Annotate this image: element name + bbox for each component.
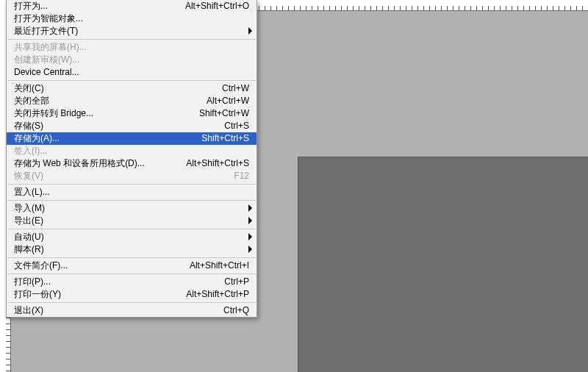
menu-item-label: 关闭(C) <box>14 82 216 95</box>
menu-item-shortcut: Shift+Ctrl+W <box>199 107 249 120</box>
menu-item-label: 打开为智能对象... <box>14 12 249 25</box>
menu-item-label: 自动(U) <box>14 231 249 243</box>
menu-item-close[interactable]: 关闭(C)Ctrl+W <box>7 82 257 95</box>
menu-item-label: 退出(X) <box>14 304 218 317</box>
menu-item-close-all[interactable]: 关闭全部Alt+Ctrl+W <box>7 95 257 107</box>
menu-item-shortcut: Alt+Shift+Ctrl+I <box>190 260 249 272</box>
menu-separator <box>7 257 256 258</box>
menu-item-label: 存储为(A)... <box>14 132 196 145</box>
menu-item-label: 存储为 Web 和设备所用格式(D)... <box>14 157 180 170</box>
menu-item-shortcut: Ctrl+W <box>222 82 249 95</box>
menu-item-shortcut: Ctrl+S <box>224 120 249 132</box>
menu-item-label: 置入(L)... <box>14 186 249 198</box>
submenu-arrow-icon <box>248 27 252 35</box>
menu-item-close-bridge[interactable]: 关闭并转到 Bridge...Shift+Ctrl+W <box>7 107 257 120</box>
submenu-arrow-icon <box>248 246 252 253</box>
menu-item-label: Device Central... <box>14 66 249 79</box>
menu-item-label: 存储(S) <box>14 120 218 132</box>
menu-item-shortcut: Ctrl+Q <box>223 304 249 317</box>
menu-item-label: 导入(M) <box>14 202 249 215</box>
menu-item-label: 创建新审核(W)... <box>14 54 249 66</box>
menu-item-import[interactable]: 导入(M) <box>7 202 257 215</box>
menu-item-automate[interactable]: 自动(U) <box>7 231 257 243</box>
menu-item-label: 关闭并转到 Bridge... <box>14 107 193 120</box>
menu-item-share-screen: 共享我的屏幕(H)... <box>7 41 257 54</box>
menu-separator <box>7 200 256 201</box>
submenu-arrow-icon <box>248 233 252 240</box>
menu-item-shortcut: Shift+Ctrl+S <box>201 132 249 145</box>
menu-item-save[interactable]: 存储(S)Ctrl+S <box>7 120 257 132</box>
menu-item-label: 共享我的屏幕(H)... <box>14 41 249 54</box>
menu-item-label: 最近打开文件(T) <box>14 25 249 37</box>
menu-separator <box>7 273 256 274</box>
menu-item-new-review: 创建新审核(W)... <box>7 54 257 66</box>
menu-item-shortcut: F12 <box>234 170 249 182</box>
menu-item-label: 签入(I)... <box>14 145 249 157</box>
menu-item-label: 打开为... <box>14 0 179 12</box>
menu-item-save-as[interactable]: 存储为(A)...Shift+Ctrl+S <box>7 132 257 145</box>
menu-item-revert: 恢复(V)F12 <box>7 170 257 182</box>
menu-item-shortcut: Alt+Ctrl+W <box>207 95 249 107</box>
menu-item-label: 文件简介(F)... <box>14 260 184 272</box>
menu-item-shortcut: Ctrl+P <box>224 276 249 288</box>
menu-separator <box>7 302 256 303</box>
file-menu[interactable]: 打开为...Alt+Shift+Ctrl+O打开为智能对象...最近打开文件(T… <box>6 0 257 318</box>
menu-item-label: 导出(E) <box>14 215 249 227</box>
app-viewport: 打开为...Alt+Shift+Ctrl+O打开为智能对象...最近打开文件(T… <box>0 0 588 372</box>
menu-item-recent-files[interactable]: 最近打开文件(T) <box>7 25 257 37</box>
menu-item-label: 打印一份(Y) <box>14 288 180 301</box>
menu-item-print[interactable]: 打印(P)...Ctrl+P <box>7 276 257 288</box>
menu-separator <box>7 80 256 81</box>
menu-item-label: 关闭全部 <box>14 95 201 107</box>
menu-item-label: 打印(P)... <box>14 276 218 288</box>
menu-item-shortcut: Alt+Shift+Ctrl+O <box>185 0 249 12</box>
menu-item-shortcut: Alt+Shift+Ctrl+P <box>186 288 249 301</box>
menu-item-device-central[interactable]: Device Central... <box>7 66 257 79</box>
menu-item-check-in: 签入(I)... <box>7 145 257 157</box>
menu-item-export[interactable]: 导出(E) <box>7 215 257 227</box>
submenu-arrow-icon <box>248 217 252 224</box>
menu-item-label: 脚本(R) <box>14 243 249 256</box>
menu-separator <box>7 229 256 229</box>
menu-item-print-one[interactable]: 打印一份(Y)Alt+Shift+Ctrl+P <box>7 288 257 301</box>
menu-separator <box>7 184 256 185</box>
menu-item-label: 恢复(V) <box>14 170 228 182</box>
menu-item-place[interactable]: 置入(L)... <box>7 186 257 198</box>
menu-item-save-for-web[interactable]: 存储为 Web 和设备所用格式(D)...Alt+Shift+Ctrl+S <box>7 157 257 170</box>
menu-item-scripts[interactable]: 脚本(R) <box>7 243 257 256</box>
menu-item-open-as[interactable]: 打开为...Alt+Shift+Ctrl+O <box>7 0 257 12</box>
menu-item-shortcut: Alt+Shift+Ctrl+S <box>186 157 249 170</box>
document-canvas[interactable] <box>298 157 588 372</box>
menu-separator <box>7 39 256 40</box>
menu-item-open-as-smart[interactable]: 打开为智能对象... <box>7 12 257 25</box>
menu-item-file-info[interactable]: 文件简介(F)...Alt+Shift+Ctrl+I <box>7 260 257 272</box>
menu-item-exit[interactable]: 退出(X)Ctrl+Q <box>7 304 257 317</box>
submenu-arrow-icon <box>248 204 252 212</box>
